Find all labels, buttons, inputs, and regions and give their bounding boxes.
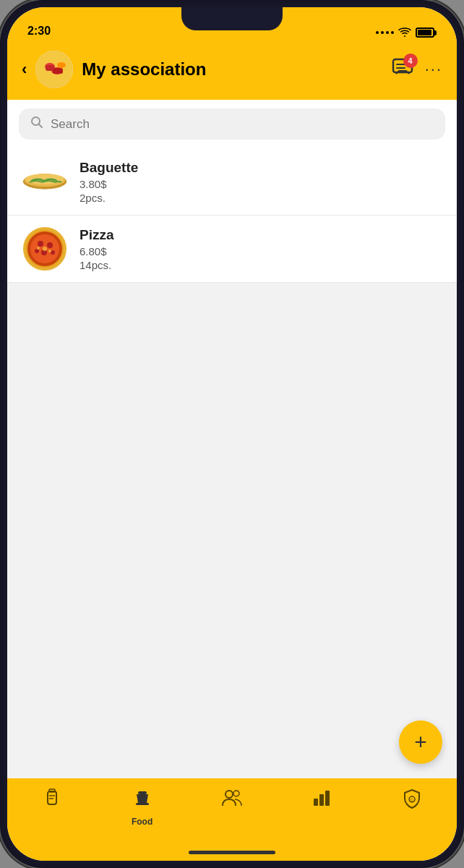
nav-item-security[interactable]: C — [367, 786, 457, 814]
more-button[interactable]: ··· — [425, 60, 442, 79]
signal-dot-1 — [376, 31, 379, 34]
food-list: Baguette 3.80$ 2pcs. — [7, 148, 457, 283]
header-title: My association — [82, 59, 382, 80]
signal-dots — [376, 31, 394, 34]
notification-badge: 4 — [403, 54, 418, 68]
food-name: Pizza — [80, 227, 442, 243]
svg-point-17 — [38, 241, 43, 247]
svg-point-33 — [225, 791, 233, 798]
list-item[interactable]: Pizza 6.80$ 14pcs. — [7, 216, 457, 283]
bottom-nav: Food — [7, 778, 457, 843]
signal-dot-3 — [386, 31, 389, 34]
svg-point-18 — [47, 242, 53, 248]
svg-point-34 — [233, 791, 239, 796]
food-price: 3.80$ — [80, 178, 442, 190]
svg-rect-4 — [53, 68, 63, 74]
shield-icon: C — [403, 788, 421, 814]
food-image-baguette — [22, 158, 68, 205]
people-icon — [221, 788, 243, 812]
svg-rect-31 — [136, 803, 149, 805]
search-container — [7, 100, 457, 148]
svg-point-24 — [48, 250, 51, 252]
notification-button[interactable]: 4 — [392, 58, 413, 81]
drinks-icon — [43, 788, 61, 814]
food-icon — [132, 788, 152, 814]
phone-screen: 2:30 — [7, 7, 457, 861]
header: ‹ My association — [7, 43, 457, 100]
stats-icon — [312, 788, 331, 812]
wifi-icon — [398, 27, 411, 38]
list-item[interactable]: Baguette 3.80$ 2pcs. — [7, 148, 457, 216]
nav-item-people[interactable] — [187, 786, 277, 812]
food-image-pizza — [22, 226, 68, 272]
nav-item-stats[interactable] — [277, 786, 366, 812]
nav-item-drinks[interactable] — [7, 786, 97, 814]
food-name: Baguette — [80, 160, 442, 176]
svg-point-6 — [57, 62, 66, 68]
home-indicator — [7, 843, 457, 861]
search-icon — [30, 116, 43, 132]
svg-point-23 — [37, 247, 40, 250]
food-quantity: 14pcs. — [80, 259, 442, 271]
search-input[interactable] — [51, 117, 434, 132]
back-button[interactable]: ‹ — [22, 60, 27, 79]
svg-rect-36 — [319, 794, 324, 806]
add-button[interactable]: + — [399, 720, 442, 764]
food-quantity: 2pcs. — [80, 192, 442, 204]
svg-rect-37 — [325, 791, 330, 806]
home-bar — [189, 851, 275, 854]
nav-item-food[interactable]: Food — [97, 786, 186, 827]
status-bar: 2:30 — [7, 7, 457, 43]
svg-rect-26 — [48, 791, 56, 804]
svg-text:C: C — [410, 798, 413, 802]
food-nav-label: Food — [132, 817, 152, 827]
phone-frame: 2:30 — [0, 0, 464, 868]
notch — [181, 7, 283, 30]
header-actions: 4 ··· — [392, 58, 442, 81]
svg-rect-35 — [314, 799, 318, 806]
food-info-baguette: Baguette 3.80$ 2pcs. — [80, 160, 442, 204]
status-time: 2:30 — [27, 25, 51, 38]
status-icons — [376, 27, 437, 38]
battery-icon — [416, 27, 437, 38]
svg-point-13 — [25, 174, 64, 184]
avatar[interactable] — [35, 51, 73, 88]
food-price: 6.80$ — [80, 245, 442, 258]
search-bar — [19, 109, 445, 140]
signal-dot-4 — [391, 31, 394, 34]
food-info-pizza: Pizza 6.80$ 14pcs. — [80, 227, 442, 271]
signal-dot-2 — [381, 31, 384, 34]
svg-point-22 — [43, 247, 47, 251]
content-area: Baguette 3.80$ 2pcs. — [7, 148, 457, 778]
